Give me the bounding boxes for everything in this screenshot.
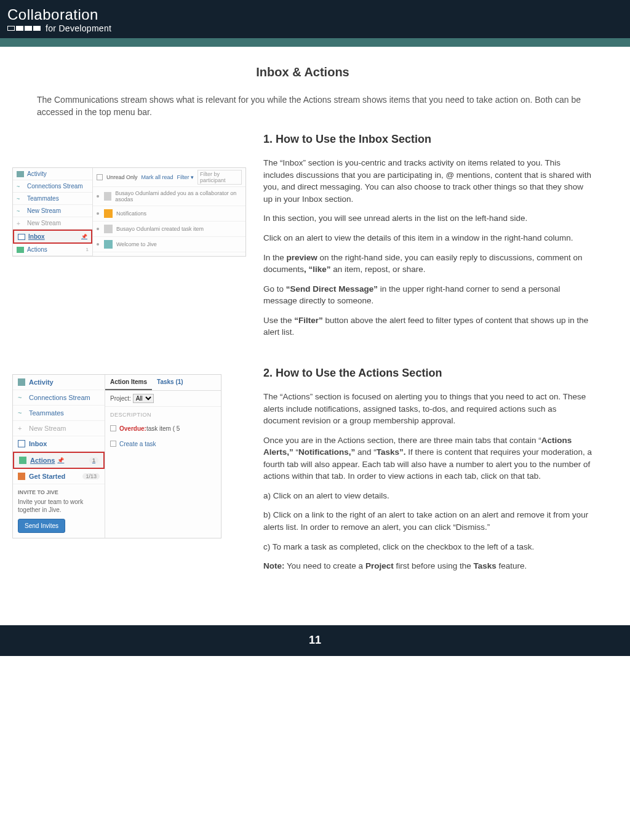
pin-icon: 📌: [81, 234, 87, 239]
sidebar-item-teammates[interactable]: ~Teammates: [13, 406, 105, 421]
sidebar-item-activity[interactable]: Activity: [13, 375, 105, 390]
invite-to-jive-box: INVITE TO JIVE Invite your team to work …: [13, 484, 105, 538]
project-filter: Project: All: [105, 391, 221, 407]
actions-screenshot: Activity ~Connections Stream ~Teammates …: [12, 367, 246, 538]
project-select[interactable]: All: [133, 394, 154, 403]
inbox-item[interactable]: Busayo Odunlami created task item: [93, 222, 245, 237]
actions-tabs: Action Items Tasks (1): [105, 375, 221, 391]
intro-paragraph: The Communications stream shows what is …: [37, 94, 593, 118]
unread-only-checkbox[interactable]: [97, 174, 103, 180]
sidebar-item-connections[interactable]: ~Connections Stream: [13, 390, 105, 406]
actions-badge: 1: [89, 457, 98, 463]
accent-bar: [0, 38, 630, 47]
inbox-toolbar: Unread Only Mark all read Filter ▾ Filte…: [93, 168, 245, 187]
brand-blocks-icon: [7, 26, 42, 31]
tab-action-items[interactable]: Action Items: [105, 375, 152, 390]
section-1-heading: 1. How to Use the Inbox Section: [263, 133, 593, 146]
sidebar-item-activity[interactable]: Activity: [13, 168, 92, 180]
inbox-item[interactable]: Notifications: [93, 206, 245, 222]
sidebar-item-teammates[interactable]: ~Teammates: [13, 193, 92, 205]
section-2-p3: a) Click on an alert to view details.: [263, 490, 593, 502]
sidebar-item-new-stream[interactable]: ~New Stream: [13, 205, 92, 217]
section-2-p6: Note: You need to create a Project first…: [263, 560, 593, 572]
section-2-p2: Once you are in the Actions section, the…: [263, 434, 593, 482]
task-row[interactable]: Overdue: task item ( 5: [105, 423, 221, 434]
section-1-p2: In this section, you will see unread ale…: [263, 212, 593, 225]
sidebar-item-add-stream[interactable]: +New Stream: [13, 217, 92, 230]
create-task-link[interactable]: Create a task: [105, 434, 221, 454]
mark-all-read-link[interactable]: Mark all read: [142, 174, 173, 180]
description-header: DESCRIPTION: [105, 407, 221, 423]
section-1-p1: The “Inbox” section is you-centric and t…: [263, 157, 593, 205]
sidebar-item-actions-selected[interactable]: Actions📌1: [13, 452, 105, 469]
inbox-screenshot: Activity ~Connections Stream ~Teammates …: [12, 133, 246, 257]
pin-icon: 📌: [57, 457, 64, 463]
create-task-icon: [110, 441, 116, 447]
sidebar-item-actions[interactable]: Actions1: [13, 244, 92, 256]
brand-subtitle: for Development: [7, 23, 623, 33]
page-title: Inbox & Actions: [12, 65, 593, 79]
sidebar-item-get-started[interactable]: Get Started1/13: [13, 469, 105, 484]
inbox-screenshot-sidebar: Activity ~Connections Stream ~Teammates …: [13, 168, 93, 256]
section-2-p4: b) Click on a link to the right of an al…: [263, 509, 593, 533]
sidebar-item-inbox-selected[interactable]: Inbox📌: [13, 230, 92, 244]
brand-title: Collaboration: [7, 6, 623, 23]
brand-header: Collaboration for Development: [0, 0, 630, 38]
sidebar-item-inbox[interactable]: Inbox: [13, 436, 105, 452]
sidebar-item-connections[interactable]: ~Connections Stream: [13, 180, 92, 193]
section-1-p4: In the preview on the right-hand side, y…: [263, 252, 593, 276]
page-number-footer: 11: [0, 625, 630, 656]
tab-tasks[interactable]: Tasks (1): [152, 375, 188, 390]
unread-only-label: Unread Only: [106, 174, 138, 180]
filter-button[interactable]: Filter ▾: [177, 174, 194, 180]
section-1-p6: Use the “Filter” button above the alert …: [263, 314, 593, 338]
actions-screenshot-sidebar: Activity ~Connections Stream ~Teammates …: [13, 375, 105, 538]
section-2-p5: c) To mark a task as completed, click on…: [263, 541, 593, 553]
page-number: 11: [309, 634, 321, 647]
inbox-item[interactable]: Busayo Odunlami added you as a collabora…: [93, 187, 245, 206]
section-2-p1: The “Actions” section is focused on aler…: [263, 391, 593, 427]
section-1-p5: Go to “Send Direct Message” in the upper…: [263, 283, 593, 307]
send-invites-button[interactable]: Send Invites: [18, 519, 65, 533]
section-1-p3: Click on an alert to view the details of…: [263, 232, 593, 244]
inbox-item[interactable]: Welcome to Jive: [93, 237, 245, 252]
section-2-heading: 2. How to Use the Actions Section: [263, 367, 593, 380]
invite-heading: INVITE TO JIVE: [18, 489, 100, 495]
filter-by-participant-input[interactable]: Filter by participant: [197, 170, 242, 185]
invite-text: Invite your team to work together in Jiv…: [18, 498, 100, 514]
sidebar-item-add-stream[interactable]: +New Stream: [13, 421, 105, 436]
get-started-badge: 1/13: [82, 473, 100, 479]
task-checkbox[interactable]: [110, 425, 116, 431]
